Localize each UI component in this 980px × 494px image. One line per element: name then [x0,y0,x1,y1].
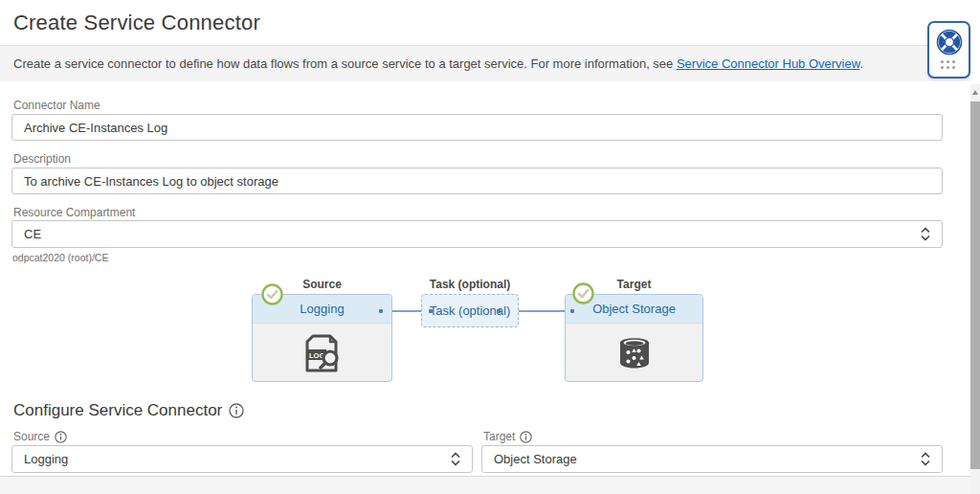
configure-source-label: Source [13,430,67,443]
info-icon[interactable] [229,403,244,418]
intro-banner: Create a service connector to define how… [0,45,970,81]
description-value: To archive CE-Instances Log to object st… [24,174,278,189]
create-service-connector-page: Create Service Connector Create a servic… [0,0,980,494]
updown-chevron-icon [451,451,460,467]
connector-name-label: Connector Name [13,99,100,112]
configure-target-select[interactable]: Object Storage [481,445,943,473]
target-check-circle-icon [572,282,594,304]
resource-compartment-select[interactable]: CE [11,220,943,248]
logs-document-magnifier-icon: LOGS [300,332,345,374]
diagram-task-title: Task (optional) [421,278,519,291]
diagram-source-box: Logging LOGS [252,294,392,382]
description-label: Description [13,152,71,166]
diagram-target-box: Object Storage [565,294,703,382]
diagram-task-box: Task (optional) [421,294,519,327]
description-input[interactable]: To archive CE-Instances Log to object st… [11,168,943,194]
configure-target-value: Object Storage [494,452,921,466]
configure-source-select[interactable]: Logging [11,445,473,473]
connector-name-input[interactable]: Archive CE-Instances Log [11,114,943,141]
connector-endpoint-dot [379,309,383,313]
scrollbar-thumb[interactable] [970,101,980,469]
scrollbar-up-button[interactable] [970,84,980,100]
connector-endpoint-dot [497,309,501,313]
updown-chevron-icon [921,226,930,242]
configure-heading-text: Configure Service Connector [13,401,222,420]
updown-chevron-icon [921,451,930,467]
configure-source-value: Logging [24,452,451,466]
intro-text: Create a service connector to define how… [13,56,677,71]
storage-bucket-icon [616,336,653,370]
intro-text-period: . [859,56,863,71]
resource-compartment-value: CE [24,227,921,241]
connector-name-value: Archive CE-Instances Log [24,121,167,135]
service-connector-hub-overview-link[interactable]: Service Connector Hub Overview [677,56,859,71]
connector-endpoint-dot [429,309,433,313]
source-check-circle-icon [261,283,283,305]
page-background-strip [0,477,970,494]
lifebuoy-help-icon[interactable] [936,29,963,56]
info-icon[interactable] [520,431,532,443]
compartment-path-helper: odpcat2020 (root)/CE [12,252,108,263]
info-icon[interactable] [55,431,67,443]
configure-section-heading: Configure Service Connector [13,401,244,420]
vertical-scrollbar[interactable] [970,0,980,494]
connector-endpoint-dot [570,309,574,313]
page-title: Create Service Connector [13,11,260,35]
scroll-up-arrow-icon [972,90,978,95]
resource-compartment-label: Resource Compartment [13,206,135,219]
help-widget[interactable] [927,21,970,79]
configure-target-label: Target [483,430,532,443]
dots-grid-drag-icon[interactable] [941,60,957,71]
